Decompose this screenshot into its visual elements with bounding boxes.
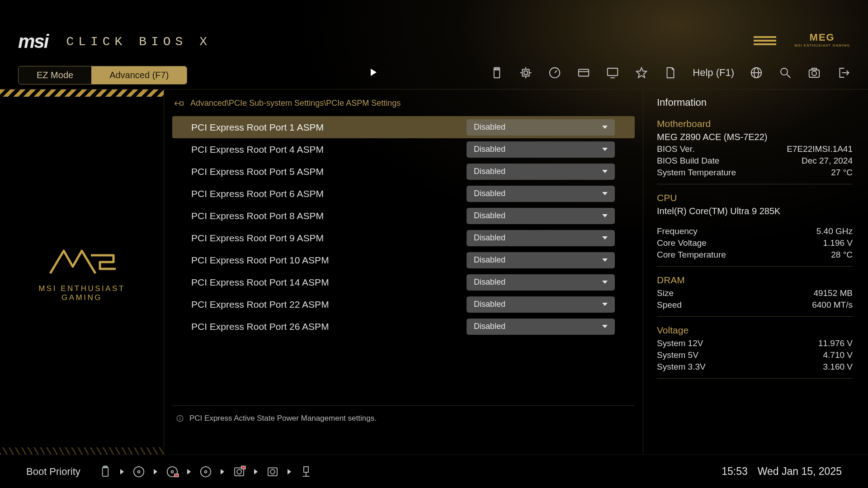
usb-icon[interactable]	[490, 66, 504, 80]
setting-dropdown[interactable]: Disabled	[467, 252, 615, 268]
svg-rect-26	[812, 68, 816, 70]
setting-value: Disabled	[474, 145, 505, 154]
svg-rect-44	[241, 466, 245, 469]
settings-list: PCI Express Root Port 1 ASPMDisabledPCI …	[172, 116, 635, 338]
svg-line-23	[787, 75, 791, 78]
setting-value: Disabled	[474, 189, 505, 198]
setting-label: PCI Express Root Port 6 ASPM	[191, 188, 467, 199]
document-icon[interactable]	[664, 66, 677, 80]
setting-value: Disabled	[474, 255, 505, 265]
setting-label: PCI Express Root Port 26 ASPM	[191, 321, 467, 332]
setting-row[interactable]: PCI Express Root Port 8 ASPMDisabled	[172, 205, 635, 227]
boot-device-disc-3[interactable]	[199, 465, 212, 479]
monitor-icon[interactable]	[606, 66, 619, 80]
chevron-down-icon	[602, 126, 608, 129]
setting-dropdown[interactable]: Disabled	[467, 186, 615, 202]
info-dram-speed-label: Speed	[657, 300, 682, 310]
svg-point-22	[781, 68, 788, 75]
boot-device-hdd-2[interactable]	[266, 465, 279, 479]
boot-device-hdd-1[interactable]	[232, 465, 246, 479]
gauge-icon[interactable]	[548, 66, 561, 80]
chevron-right-icon	[120, 469, 124, 474]
info-cpu-title: CPU	[657, 192, 853, 203]
chevron-down-icon	[602, 236, 608, 239]
svg-rect-45	[268, 468, 277, 476]
setting-label: PCI Express Root Port 8 ASPM	[191, 211, 467, 221]
divider	[657, 316, 853, 317]
info-panel: Information Motherboard MEG Z890 ACE (MS…	[643, 89, 868, 455]
setting-dropdown[interactable]: Disabled	[467, 296, 615, 313]
setting-row[interactable]: PCI Express Root Port 9 ASPMDisabled	[172, 227, 635, 249]
star-icon[interactable]	[635, 66, 648, 80]
chevron-right-icon	[187, 469, 191, 474]
setting-value: Disabled	[474, 233, 505, 243]
globe-icon[interactable]	[750, 66, 763, 80]
sidebar-logo: MSI ENTHUSIAST GAMING	[37, 242, 127, 302]
info-sys-temp-label: System Temperature	[657, 168, 736, 178]
setting-row[interactable]: PCI Express Root Port 1 ASPMDisabled	[172, 116, 635, 138]
setting-dropdown[interactable]: Disabled	[467, 230, 615, 246]
tab-ez-mode[interactable]: EZ Mode	[19, 66, 91, 84]
info-bios-ver: E7E22IMSI.1A41	[787, 144, 853, 154]
setting-value: Disabled	[474, 122, 505, 132]
setting-label: PCI Express Root Port 1 ASPM	[191, 122, 467, 133]
setting-dropdown[interactable]: Disabled	[467, 141, 615, 158]
chevron-right-icon	[254, 469, 258, 474]
setting-label: PCI Express Root Port 14 ASPM	[191, 277, 467, 288]
search-icon[interactable]	[778, 66, 792, 80]
boot-device-network[interactable]	[299, 465, 313, 479]
setting-row[interactable]: PCI Express Root Port 6 ASPMDisabled	[172, 183, 635, 205]
chevron-down-icon	[602, 170, 608, 173]
boot-device-disc-1[interactable]	[132, 465, 146, 479]
chevron-down-icon	[602, 214, 608, 217]
help-button[interactable]: Help (F1)	[693, 67, 734, 79]
setting-dropdown[interactable]: Disabled	[467, 119, 615, 136]
info-v12-label: System 12V	[657, 338, 703, 348]
setting-dropdown[interactable]: Disabled	[467, 319, 615, 335]
setting-dropdown[interactable]: Disabled	[467, 208, 615, 224]
info-bios-date: Dec 27, 2024	[802, 156, 853, 166]
breadcrumb[interactable]: Advanced\PCIe Sub-system Settings\PCIe A…	[172, 94, 635, 116]
setting-row[interactable]: PCI Express Root Port 26 ASPMDisabled	[172, 315, 635, 338]
setting-row[interactable]: PCI Express Root Port 4 ASPMDisabled	[172, 138, 635, 160]
cpu-icon[interactable]	[519, 66, 533, 80]
setting-row[interactable]: PCI Express Root Port 14 ASPMDisabled	[172, 271, 635, 293]
setting-label: PCI Express Root Port 5 ASPM	[191, 166, 467, 177]
info-v5-label: System 5V	[657, 350, 698, 360]
divider	[657, 184, 853, 184]
camera-icon[interactable]	[807, 66, 821, 80]
svg-rect-16	[608, 68, 618, 75]
card-icon[interactable]	[577, 66, 590, 80]
boot-device-disc-2[interactable]	[165, 465, 179, 479]
logo-cluster: msi CLICK BIOS X	[18, 31, 212, 52]
setting-value: Disabled	[474, 277, 505, 287]
chevron-right-icon	[154, 469, 157, 474]
setting-row[interactable]: PCI Express Root Port 22 ASPMDisabled	[172, 293, 635, 315]
exit-icon[interactable]	[836, 66, 850, 80]
setting-row[interactable]: PCI Express Root Port 5 ASPMDisabled	[172, 160, 635, 183]
info-dram-title: DRAM	[657, 275, 853, 286]
svg-rect-47	[304, 466, 308, 472]
tab-advanced[interactable]: Advanced (F7)	[91, 66, 187, 84]
setting-dropdown[interactable]: Disabled	[467, 164, 615, 180]
settings-panel: Advanced\PCIe Sub-system Settings\PCIe A…	[164, 89, 643, 455]
svg-point-25	[812, 71, 816, 75]
chevron-down-icon	[602, 148, 608, 151]
setting-value: Disabled	[474, 300, 505, 309]
info-v33-label: System 3.3V	[657, 362, 706, 372]
svg-rect-7	[524, 71, 528, 75]
chevron-right-icon	[288, 469, 291, 474]
info-bios-ver-label: BIOS Ver.	[657, 144, 694, 154]
info-sys-temp: 27 °C	[831, 168, 853, 178]
back-icon[interactable]	[174, 99, 184, 108]
info-dram-size-label: Size	[657, 288, 674, 298]
clock: 15:53 Wed Jan 15, 2025	[722, 465, 842, 478]
svg-point-38	[171, 470, 173, 473]
clock-time: 15:53	[722, 465, 748, 478]
info-title: Information	[657, 97, 853, 108]
setting-dropdown[interactable]: Disabled	[467, 274, 615, 291]
setting-row[interactable]: PCI Express Root Port 10 ASPMDisabled	[172, 249, 635, 271]
boot-device-usb[interactable]	[99, 465, 112, 479]
breadcrumb-text: Advanced\PCIe Sub-system Settings\PCIe A…	[190, 99, 401, 108]
info-mb-title: Motherboard	[657, 118, 853, 129]
